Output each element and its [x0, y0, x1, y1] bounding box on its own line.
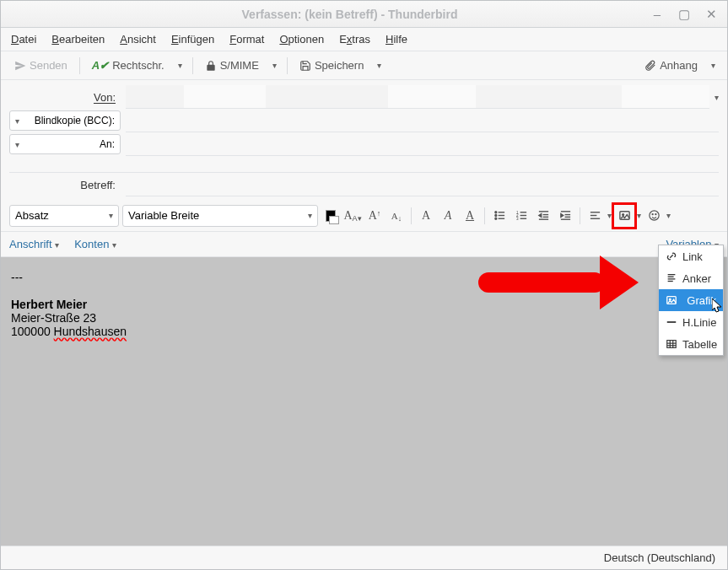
subject-field[interactable]	[126, 173, 719, 196]
svg-rect-35	[667, 341, 677, 348]
paragraph-style-select[interactable]: Absatz▾	[9, 205, 119, 227]
align-left-icon	[589, 209, 601, 222]
menu-edit[interactable]: Bearbeiten	[51, 33, 105, 46]
send-icon	[14, 60, 26, 72]
font-size-down[interactable]: AA▾	[343, 206, 362, 226]
menubar: Ddocument.currentScript.previousElementS…	[1, 28, 727, 51]
svg-point-26	[652, 214, 653, 215]
emoji-button[interactable]	[644, 206, 663, 226]
save-dropdown[interactable]: ▾	[374, 61, 385, 70]
header-spacer	[9, 156, 719, 173]
svg-text:3: 3	[515, 217, 518, 221]
compose-headers: Von: ▾ ▾ Blindkopie (BCC): ▾ An: Betreff…	[1, 80, 727, 200]
close-button[interactable]: ✕	[702, 5, 720, 24]
menu-view[interactable]: Ansicht	[120, 33, 156, 46]
compose-window: Verfassen: (kein Betreff) - Thunderbird …	[0, 0, 728, 570]
indent-icon	[559, 209, 572, 222]
from-label: Von:	[9, 91, 121, 104]
hline-icon	[666, 316, 677, 328]
font-size-down2[interactable]: A↓	[387, 206, 406, 226]
spellcheck-dropdown[interactable]: ▾	[175, 61, 186, 70]
insert-dropdown[interactable]: ▾	[637, 211, 641, 220]
anchor-icon	[666, 272, 677, 284]
toolbar-separator	[79, 57, 80, 74]
insert-anchor[interactable]: Anker	[659, 267, 723, 289]
quicktext-address[interactable]: Anschrift ▾	[9, 238, 59, 250]
from-field[interactable]	[126, 85, 709, 109]
quicktext-accounts[interactable]: Konten ▾	[74, 238, 116, 250]
spellcheck-button[interactable]: A✔ Rechtschr.	[87, 56, 170, 74]
window-title: Verfassen: (kein Betreff) - Thunderbird	[51, 8, 648, 21]
cursor-icon	[712, 298, 725, 315]
emoji-dropdown[interactable]: ▾	[666, 211, 671, 220]
subject-label: Betreff:	[9, 179, 121, 191]
main-toolbar: Senden A✔ Rechtschr. ▾ S/MIME ▾ Speicher…	[1, 51, 727, 80]
bullet-list-icon	[493, 209, 506, 222]
menu-insert[interactable]: Einfügen	[171, 33, 214, 46]
underline-button[interactable]: A	[461, 206, 479, 226]
image-icon	[618, 209, 631, 222]
svg-point-4	[494, 218, 496, 219]
from-dropdown[interactable]: ▾	[715, 93, 719, 102]
to-type-select[interactable]: ▾ An:	[9, 134, 121, 154]
formatting-toolbar: Absatz▾ Variable Breite▾ AA▾ A↑ A↓ A A A…	[1, 200, 727, 232]
font-size-up[interactable]: A↑	[365, 206, 384, 226]
menu-format[interactable]: Format	[229, 33, 264, 46]
quicktext-bar: Anschrift ▾ Konten ▾ Variablen ▾	[1, 232, 727, 257]
font-family-select[interactable]: Variable Breite▾	[122, 205, 318, 227]
insert-table[interactable]: Tabelle	[659, 333, 723, 355]
numbered-list-icon: 123	[515, 209, 528, 222]
table-icon	[666, 338, 677, 350]
statusbar: Deutsch (Deutschland)	[1, 546, 727, 569]
lock-icon	[205, 60, 217, 72]
color-swatch-icon	[326, 210, 336, 222]
save-button[interactable]: Speichern	[294, 56, 369, 74]
send-button[interactable]: Senden	[9, 56, 73, 74]
paperclip-icon	[644, 60, 656, 72]
menu-help[interactable]: Hilfe	[386, 33, 407, 46]
menu-extras[interactable]: Extras	[339, 33, 370, 46]
outdent-icon	[537, 209, 550, 222]
bcc-field[interactable]	[126, 109, 719, 132]
menu-options[interactable]: Optionen	[279, 33, 324, 46]
signature-city-line: 100000 Hundshausen	[11, 325, 717, 338]
image-icon	[666, 294, 677, 306]
insert-image-button[interactable]	[615, 206, 634, 226]
annotation-arrow	[478, 272, 605, 293]
message-body[interactable]: --- Herbert Meier Meier-Straße 23 100000…	[1, 257, 727, 561]
save-icon	[299, 60, 311, 72]
spellcheck-icon: A✔	[92, 59, 109, 72]
maximize-button[interactable]: ▢	[675, 5, 693, 24]
svg-point-27	[655, 214, 655, 215]
smiley-icon	[648, 209, 661, 222]
smime-button[interactable]: S/MIME	[200, 56, 264, 74]
minimize-button[interactable]: –	[648, 5, 666, 24]
bullet-list-button[interactable]	[490, 206, 509, 226]
smime-dropdown[interactable]: ▾	[269, 61, 280, 70]
menu-file[interactable]: Ddocument.currentScript.previousElementS…	[11, 33, 36, 46]
titlebar: Verfassen: (kein Betreff) - Thunderbird …	[1, 1, 727, 28]
svg-point-25	[649, 211, 658, 220]
bcc-type-select[interactable]: ▾ Blindkopie (BCC):	[9, 110, 121, 131]
svg-point-0	[494, 212, 496, 213]
link-icon	[666, 250, 677, 262]
color-picker[interactable]	[321, 206, 340, 226]
align-button[interactable]	[585, 206, 604, 226]
svg-point-2	[494, 215, 496, 217]
toolbar-separator	[192, 57, 193, 74]
bold-button[interactable]: A	[417, 206, 435, 226]
to-field[interactable]	[126, 132, 719, 156]
attach-button[interactable]: Anhang	[639, 56, 703, 74]
toolbar-separator	[287, 57, 288, 74]
outdent-button[interactable]	[534, 206, 553, 226]
signature-street: Meier-Straße 23	[11, 311, 717, 325]
language-indicator[interactable]: Deutsch (Deutschland)	[604, 551, 715, 564]
svg-point-33	[669, 298, 671, 300]
attach-dropdown[interactable]: ▾	[708, 61, 719, 70]
numbered-list-button[interactable]: 123	[512, 206, 531, 226]
italic-button[interactable]: A	[439, 206, 457, 226]
insert-link[interactable]: Link	[659, 245, 723, 267]
indent-button[interactable]	[556, 206, 574, 226]
svg-point-24	[622, 214, 623, 216]
align-dropdown[interactable]: ▾	[607, 211, 612, 220]
